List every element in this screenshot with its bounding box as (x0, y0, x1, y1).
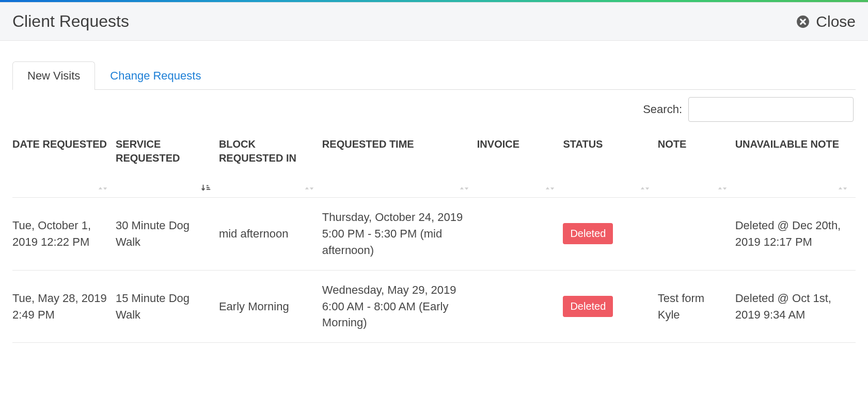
sort-asc-icon (200, 183, 214, 194)
table-row: Tue, October 1, 2019 12:22 PM 30 Minute … (12, 198, 856, 271)
modal-header: Client Requests Close (0, 2, 868, 41)
col-date-requested[interactable]: DATE REQUESTED (12, 127, 116, 198)
search-row: Search: (12, 90, 856, 127)
col-label: DATE REQUESTED (12, 137, 111, 151)
tab-change-requests[interactable]: Change Requests (95, 61, 216, 90)
col-invoice[interactable]: INVOICE (477, 127, 563, 198)
cell-note: Test form Kyle (658, 270, 735, 343)
cell-date-requested: Tue, May 28, 2019 2:49 PM (12, 270, 116, 343)
svg-rect-2 (207, 187, 210, 188)
sort-icon (97, 183, 111, 194)
status-badge: Deleted (563, 296, 613, 317)
svg-rect-3 (207, 189, 210, 190)
col-label: NOTE (658, 137, 730, 151)
cell-invoice (477, 198, 563, 271)
cell-block: mid afternoon (219, 198, 322, 271)
col-label: SERVICE REQUESTED (116, 137, 214, 165)
col-unavailable-note[interactable]: UNAVAILABLE NOTE (735, 127, 856, 198)
tabs: New Visits Change Requests (12, 61, 856, 90)
cell-status: Deleted (563, 270, 657, 343)
col-requested-time[interactable]: REQUESTED TIME (322, 127, 477, 198)
cell-service-requested: 30 Minute Dog Walk (116, 198, 219, 271)
col-label: STATUS (563, 137, 652, 151)
requests-table: DATE REQUESTED SERVICE REQUESTED (12, 127, 856, 343)
modal-body-scroll[interactable]: New Visits Change Requests Search: DATE … (0, 41, 868, 391)
col-status[interactable]: STATUS (563, 127, 657, 198)
cell-unavailable-note: Deleted @ Dec 20th, 2019 12:17 PM (735, 198, 856, 271)
svg-rect-1 (207, 185, 209, 186)
cell-note (658, 198, 735, 271)
col-label: BLOCK REQUESTED IN (219, 137, 317, 165)
sort-icon (717, 183, 730, 194)
close-button[interactable]: Close (796, 13, 856, 30)
cell-status: Deleted (563, 198, 657, 271)
close-icon (796, 15, 810, 28)
col-label: INVOICE (477, 137, 558, 151)
search-label: Search: (643, 103, 682, 116)
status-badge: Deleted (563, 223, 613, 244)
cell-requested-time: Thursday, October 24, 2019 5:00 PM - 5:3… (322, 198, 477, 271)
sort-icon (304, 183, 317, 194)
col-service-requested[interactable]: SERVICE REQUESTED (116, 127, 219, 198)
sort-icon (544, 183, 558, 194)
search-input[interactable] (688, 97, 854, 122)
page-title: Client Requests (12, 12, 129, 31)
sort-icon (837, 183, 850, 194)
cell-requested-time: Wednesday, May 29, 2019 6:00 AM - 8:00 A… (322, 270, 477, 343)
close-label: Close (816, 13, 856, 30)
tab-new-visits[interactable]: New Visits (12, 61, 95, 90)
cell-unavailable-note: Deleted @ Oct 1st, 2019 9:34 AM (735, 270, 856, 343)
spacer (12, 343, 856, 374)
col-note[interactable]: NOTE (658, 127, 735, 198)
col-label: UNAVAILABLE NOTE (735, 137, 850, 151)
sort-icon (639, 183, 653, 194)
table-row: Tue, May 28, 2019 2:49 PM 15 Minute Dog … (12, 270, 856, 343)
cell-date-requested: Tue, October 1, 2019 12:22 PM (12, 198, 116, 271)
cell-invoice (477, 270, 563, 343)
col-label: REQUESTED TIME (322, 137, 472, 151)
col-block-requested-in[interactable]: BLOCK REQUESTED IN (219, 127, 322, 198)
cell-block: Early Morning (219, 270, 322, 343)
sort-icon (459, 183, 472, 194)
cell-service-requested: 15 Minute Dog Walk (116, 270, 219, 343)
